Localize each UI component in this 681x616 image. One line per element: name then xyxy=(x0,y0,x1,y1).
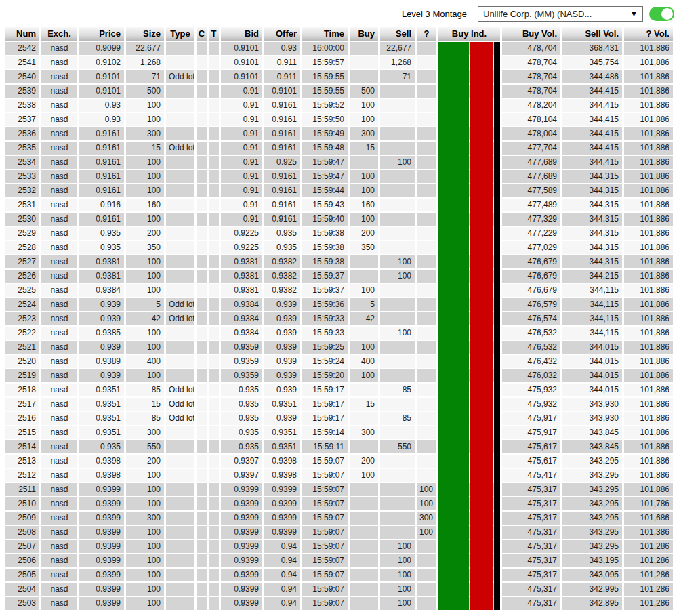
cell-buy_vol: 475,317 xyxy=(502,512,560,525)
cell-exch: nasd xyxy=(41,327,77,340)
cell-sell: 100 xyxy=(380,597,415,610)
symbol-dropdown-value: Unilife Corp. (MM) (NASD... xyxy=(483,9,592,19)
cell-type xyxy=(166,455,194,468)
cell-t xyxy=(209,156,219,169)
table-row[interactable]: 2539nasd0.91015000.910.910115:59:5550047… xyxy=(5,85,681,98)
table-row[interactable]: 2511nasd0.93991000.93990.939915:59:07100… xyxy=(5,483,681,496)
cell-time: 15:59:43 xyxy=(302,199,348,211)
cell-sell xyxy=(380,199,415,211)
table-row[interactable]: 2529nasd0.9352000.92250.93515:59:3820047… xyxy=(5,227,681,240)
table-row[interactable]: 2528nasd0.9353500.92250.93515:59:3835047… xyxy=(5,241,681,254)
table-row[interactable]: 2537nasd0.931000.910.916115:59:50100478,… xyxy=(5,113,681,126)
cell-sell: 100 xyxy=(380,156,415,169)
table-row[interactable]: 2527nasd0.93811000.93810.938215:59:38100… xyxy=(5,255,681,268)
cell-q xyxy=(417,312,436,325)
table-row[interactable]: 2516nasd0.935185Odd lot0.9350.93915:59:1… xyxy=(5,412,681,425)
cell-sell: 100 xyxy=(380,554,415,567)
table-row[interactable]: 2523nasd0.93942Odd lot0.93840.93915:59:3… xyxy=(5,312,681,325)
cell-t xyxy=(209,469,219,482)
cell-sell: 100 xyxy=(380,583,415,596)
table-row[interactable]: 2513nasd0.93982000.93970.939815:59:07200… xyxy=(5,455,681,468)
table-row[interactable]: 2532nasd0.91611000.910.916115:59:4410047… xyxy=(5,184,681,197)
table-row[interactable]: 2531nasd0.9161600.910.916115:59:43160477… xyxy=(5,199,681,211)
table-row[interactable]: 2538nasd0.931000.910.916115:59:52100478,… xyxy=(5,99,681,112)
cell-t xyxy=(209,426,219,439)
cell-buy_vol: 476,574 xyxy=(502,312,560,325)
table-row[interactable]: 2514nasd0.9355500.9350.935115:59:1155047… xyxy=(5,440,681,453)
cell-buy_vol: 478,704 xyxy=(502,85,560,98)
table-row[interactable]: 2510nasd0.93991000.93990.939915:59:07100… xyxy=(5,497,681,510)
cell-buy_vol: 475,417 xyxy=(502,469,560,482)
table-row[interactable]: 2530nasd0.91611000.910.916115:59:4010047… xyxy=(5,213,681,226)
cell-num: 2531 xyxy=(5,199,39,211)
table-row[interactable]: 2507nasd0.93991000.93990.9415:59:0710047… xyxy=(5,540,681,553)
cell-type xyxy=(166,341,194,354)
cell-bid: 0.935 xyxy=(221,440,262,453)
cell-exch: nasd xyxy=(41,554,77,567)
cell-buy xyxy=(350,42,378,55)
cell-price: 0.9099 xyxy=(79,42,124,55)
table-row[interactable]: 2506nasd0.93991000.93990.9415:59:0710047… xyxy=(5,554,681,567)
cell-num: 2520 xyxy=(5,355,39,368)
cell-buy: 200 xyxy=(350,227,378,240)
cell-buy_vol: 477,689 xyxy=(502,170,560,183)
cell-t xyxy=(209,127,219,140)
column-header-size: Size xyxy=(126,27,164,41)
table-row[interactable]: 2521nasd0.9391000.93590.93915:59:2510047… xyxy=(5,341,681,354)
cell-time: 15:59:17 xyxy=(302,384,348,396)
table-row[interactable]: 2520nasd0.93894000.93590.93915:59:244004… xyxy=(5,355,681,368)
cell-type xyxy=(166,327,194,340)
cell-exch: nasd xyxy=(41,156,77,169)
cell-size: 100 xyxy=(126,284,164,297)
montage-toggle[interactable] xyxy=(649,7,674,21)
cell-q_vol: 101,886 xyxy=(624,42,673,55)
cell-time: 15:59:50 xyxy=(302,113,348,126)
cell-sell_vol: 344,415 xyxy=(562,113,622,126)
cell-sell_vol: 344,315 xyxy=(562,255,622,268)
table-row[interactable]: 2526nasd0.93811000.93810.938215:59:37100… xyxy=(5,270,681,283)
cell-c xyxy=(197,170,207,183)
cell-buy_vol: 477,489 xyxy=(502,199,560,211)
cell-sell xyxy=(380,512,415,525)
table-row[interactable]: 2517nasd0.935115Odd lot0.9350.935115:59:… xyxy=(5,398,681,411)
cell-num: 2535 xyxy=(5,142,39,155)
table-row[interactable]: 2524nasd0.9395Odd lot0.93840.93915:59:36… xyxy=(5,298,681,311)
table-row[interactable]: 2540nasd0.910171Odd lot0.91010.91115:59:… xyxy=(5,70,681,83)
cell-exch: nasd xyxy=(41,113,77,126)
table-row[interactable]: 2504nasd0.93991000.93990.9415:59:0710047… xyxy=(5,583,681,596)
cell-q_vol: 101,886 xyxy=(624,327,673,340)
table-row[interactable]: 2505nasd0.93991000.93990.9415:59:0710047… xyxy=(5,569,681,581)
table-row[interactable]: 2515nasd0.93513000.9350.935115:59:143004… xyxy=(5,426,681,439)
table-row[interactable]: 2522nasd0.93851000.93840.93915:59:331004… xyxy=(5,327,681,340)
table-row[interactable]: 2525nasd0.93841000.93810.938215:59:37100… xyxy=(5,284,681,297)
table-row[interactable]: 2542nasd0.909922,6770.91010.9316:00:0022… xyxy=(5,42,681,55)
table-row[interactable]: 2519nasd0.9391000.93590.93915:59:2010047… xyxy=(5,369,681,382)
cell-t xyxy=(209,241,219,254)
cell-price: 0.9102 xyxy=(79,56,124,69)
table-row[interactable]: 2535nasd0.916115Odd lot0.910.916115:59:4… xyxy=(5,142,681,155)
table-row[interactable]: 2503nasd0.93991000.93990.9415:59:0710047… xyxy=(5,597,681,610)
cell-exch: nasd xyxy=(41,270,77,283)
table-row[interactable]: 2541nasd0.91021,2680.91010.91115:59:571,… xyxy=(5,56,681,69)
cell-price: 0.9399 xyxy=(79,597,124,610)
table-row[interactable]: 2508nasd0.93991000.93990.939915:59:07100… xyxy=(5,526,681,539)
cell-time: 15:59:52 xyxy=(302,99,348,112)
cell-offer: 0.9398 xyxy=(264,469,300,482)
column-header-type: Type xyxy=(166,27,194,41)
table-row[interactable]: 2518nasd0.935185Odd lot0.9350.93915:59:1… xyxy=(5,384,681,396)
cell-buy_vol: 475,932 xyxy=(502,398,560,411)
cell-buy xyxy=(350,255,378,268)
table-row[interactable]: 2512nasd0.93981000.93970.939815:59:07100… xyxy=(5,469,681,482)
cell-bid: 0.91 xyxy=(221,156,262,169)
toolbar: Level 3 Montage Unilife Corp. (MM) (NASD… xyxy=(0,0,681,27)
table-row[interactable]: 2534nasd0.91611000.910.92515:59:47100477… xyxy=(5,156,681,169)
cell-time: 15:59:07 xyxy=(302,597,348,610)
table-row[interactable]: 2536nasd0.91613000.910.916115:59:4930047… xyxy=(5,127,681,140)
cell-buy xyxy=(350,156,378,169)
cell-sell xyxy=(380,426,415,439)
table-row[interactable]: 2533nasd0.91611000.910.916115:59:4710047… xyxy=(5,170,681,183)
table-row[interactable]: 2509nasd0.93993000.93990.939915:59:07300… xyxy=(5,512,681,525)
symbol-dropdown[interactable]: Unilife Corp. (MM) (NASD... ▼ xyxy=(478,6,643,22)
column-header-sell: Sell xyxy=(380,27,415,41)
cell-size: 100 xyxy=(126,213,164,226)
